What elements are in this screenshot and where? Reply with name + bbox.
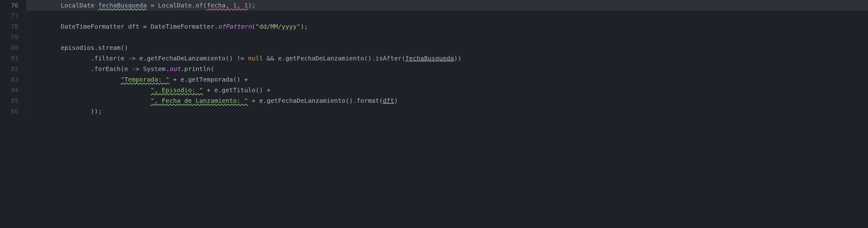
code-token: 1 — [244, 2, 248, 9]
code-editor[interactable]: 76 77 78 79 80 81 82 83 84 85 86 LocalDa… — [0, 0, 868, 116]
code-token: LocalDate — [61, 2, 98, 9]
line-number: 85 — [0, 95, 18, 106]
code-line[interactable] — [61, 32, 868, 42]
code-line[interactable]: LocalDate fechaBusqueda = LocalDate.of(f… — [61, 0, 868, 10]
code-token: )); — [91, 108, 102, 115]
code-token: fechaBusqueda — [98, 2, 147, 9]
code-token: dft — [383, 97, 394, 104]
code-line[interactable]: "Temporada: " + e.getTemporada() + — [61, 74, 868, 85]
line-number: 77 — [0, 10, 18, 21]
code-token: , — [237, 2, 244, 9]
code-line[interactable]: .filter(e -> e.getFechaDeLanzamiento() !… — [61, 53, 868, 63]
code-token: null — [248, 55, 263, 62]
code-token: ); — [248, 2, 255, 9]
code-line[interactable]: ", Fecha de Lanzamiento: " + e.getFechaD… — [61, 95, 868, 106]
code-token: .filter(e -> e.getFechaDeLanzamiento() !… — [91, 55, 248, 62]
code-token: , — [225, 2, 233, 9]
code-area[interactable]: LocalDate fechaBusqueda = LocalDate.of(f… — [26, 0, 868, 116]
code-token: fechaBusqueda — [405, 55, 454, 62]
code-token: )) — [454, 55, 461, 62]
code-token: .forEach(e -> System. — [91, 65, 169, 73]
code-line[interactable]: .forEach(e -> System.out.println( — [61, 63, 868, 74]
code-token: ofPattern — [218, 23, 252, 30]
code-token: "dd/MM/yyyy" — [255, 23, 301, 30]
line-number: 79 — [0, 32, 18, 42]
code-token: "Temporada: " — [121, 76, 169, 83]
line-number: 78 — [0, 21, 18, 32]
line-number: 86 — [0, 106, 18, 116]
code-token: episodios.stream() — [61, 44, 128, 51]
line-number: 84 — [0, 85, 18, 95]
code-line[interactable]: ", Episodio: " + e.getTitulo() + — [61, 85, 868, 95]
code-token: ) — [394, 97, 398, 104]
code-token: ", Fecha de Lanzamiento: " — [151, 97, 248, 104]
code-token: ( — [252, 23, 255, 30]
code-line[interactable]: )); — [61, 106, 868, 116]
code-token: + e.getTitulo() + — [203, 86, 271, 94]
line-number: 80 — [0, 42, 18, 53]
code-token: = LocalDate.of( — [147, 2, 207, 9]
code-token: && e.getFechaDeLanzamiento().isAfter( — [263, 55, 405, 62]
code-line[interactable]: DateTimeFormatter dft = DateTimeFormatte… — [61, 21, 868, 32]
line-number: 81 — [0, 53, 18, 63]
code-token: ", Episodio: " — [151, 86, 203, 94]
line-number: 82 — [0, 63, 18, 74]
code-token: DateTimeFormatter dft = DateTimeFormatte… — [61, 23, 218, 30]
code-token: + e.getFechaDeLanzamiento().format( — [248, 97, 383, 104]
code-line[interactable]: episodios.stream() — [61, 42, 868, 53]
code-token: 1 — [233, 2, 237, 9]
code-token: out — [169, 65, 181, 73]
code-token: + e.getTemporada() + — [169, 76, 248, 83]
line-number-gutter: 76 77 78 79 80 81 82 83 84 85 86 — [0, 0, 26, 116]
line-number: 76 — [0, 0, 18, 10]
code-line[interactable] — [61, 10, 868, 21]
code-token: fecha — [207, 2, 225, 9]
code-token: .println( — [181, 65, 214, 73]
code-token: ); — [301, 23, 308, 30]
line-number: 83 — [0, 74, 18, 85]
